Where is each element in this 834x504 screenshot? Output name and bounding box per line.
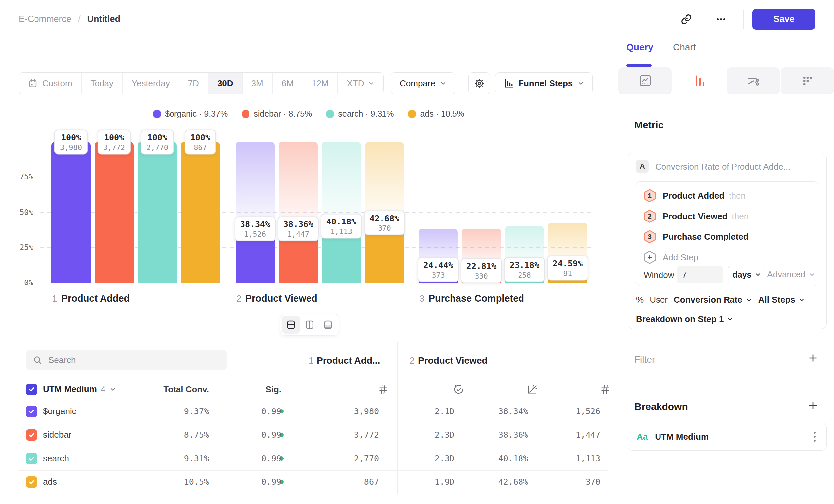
gear-icon <box>474 77 485 89</box>
save-button[interactable]: Save <box>752 9 815 29</box>
cell-total-conv: 8.75% <box>184 430 209 440</box>
layout-toggle-panel-bottom-icon[interactable] <box>319 316 337 334</box>
header-actions: Save <box>676 8 815 30</box>
tab-query[interactable]: Query <box>626 42 653 53</box>
layout-toggle-split-horizontal-icon[interactable] <box>282 316 300 334</box>
sig-column-header[interactable]: Sig. <box>265 384 281 395</box>
more-menu-icon[interactable] <box>710 8 731 30</box>
window-value-input[interactable] <box>677 266 723 283</box>
cell-step2-count: 1,526 <box>575 407 600 416</box>
cell-sig: 0.99 <box>261 407 281 416</box>
badge-percent: 100% <box>60 133 82 142</box>
add-step-label: Add Step <box>663 252 698 262</box>
breakdown-on-row: Breakdown on Step 1 <box>636 314 733 324</box>
bar-organic-step1[interactable] <box>51 142 91 283</box>
chevron-down-icon <box>809 271 815 278</box>
advanced-toggle[interactable]: Advanced <box>767 269 815 279</box>
chart-type-dropdown[interactable]: Funnel Steps <box>495 72 593 94</box>
tab-line-chart[interactable] <box>618 67 672 94</box>
date-range-group: CustomTodayYesterday7D30D3M6M12MXTD <box>19 72 384 94</box>
legend-item-organic[interactable]: $organic · 9.37% <box>153 109 227 119</box>
row-checkbox[interactable] <box>26 453 37 464</box>
entity-label[interactable]: User <box>650 295 668 305</box>
steps-scope-dropdown[interactable]: All Steps <box>759 295 805 305</box>
row-checkbox[interactable] <box>26 429 37 441</box>
total-conv-column-header[interactable]: Total Conv. <box>163 384 209 395</box>
measured-as-label: Conversion Rate <box>674 295 742 305</box>
date-range-6m[interactable]: 6M <box>273 73 303 94</box>
date-range-12m[interactable]: 12M <box>303 73 338 94</box>
bar-sidebar-step1[interactable] <box>94 142 134 283</box>
step-name: Purchase Completed <box>429 293 524 304</box>
metric-type-tabs <box>618 67 834 94</box>
date-range-3m[interactable]: 3M <box>242 73 273 94</box>
window-label: Window <box>643 270 674 280</box>
funnel-steps-card: 1Product Addedthen2Product Viewedthen3Pu… <box>636 181 818 286</box>
legend-item-search[interactable]: search · 9.31% <box>326 109 394 119</box>
page-title[interactable]: Untitled <box>87 14 121 24</box>
measured-as-dropdown[interactable]: Conversion Rate <box>674 295 752 305</box>
add-filter-button[interactable] <box>808 352 819 364</box>
legend-label: search · 9.31% <box>338 109 394 119</box>
y-axis-tick: 25% <box>10 243 33 252</box>
funnel-step-2[interactable]: 2Product Viewedthen <box>643 207 749 226</box>
add-breakdown-button[interactable] <box>808 399 819 411</box>
row-checkbox[interactable] <box>26 406 37 417</box>
row-label: sidebar <box>43 430 71 440</box>
step-number: 3 <box>419 294 425 304</box>
date-range-label: Today <box>91 78 113 89</box>
table-row-organic: $organic9.37%0.993,9802.1D38.34%1,526 <box>19 399 608 423</box>
date-range-custom[interactable]: Custom <box>19 73 82 94</box>
metric-title[interactable]: Conversion Rate of Product Adde... <box>655 162 791 172</box>
badge-count: 1,447 <box>283 230 313 238</box>
tab-chart[interactable]: Chart <box>673 42 696 53</box>
kebab-menu-icon[interactable] <box>812 430 818 444</box>
step-then-label: then <box>732 211 749 222</box>
breakdown-property-card[interactable]: Aa UTM Medium <box>628 423 827 451</box>
x-axis-step-label: 2Product Viewed <box>236 293 317 304</box>
breakdown-on-dropdown[interactable]: Breakdown on Step 1 <box>636 314 733 324</box>
tab-flow[interactable] <box>726 67 780 94</box>
legend-label: sidebar · 8.75% <box>254 109 312 119</box>
bar-search-step1[interactable] <box>138 142 177 283</box>
funnel-step-1[interactable]: 1Product Addedthen <box>643 186 746 205</box>
tab-funnel[interactable] <box>673 67 726 94</box>
step-then-label: then <box>729 191 746 201</box>
measured-as-row: % User Conversion Rate All Steps <box>636 295 805 305</box>
chart-type-label: Funnel Steps <box>519 78 573 89</box>
date-range-yesterday[interactable]: Yesterday <box>123 73 179 94</box>
add-step-button[interactable]: Add Step <box>643 248 698 267</box>
row-checkbox[interactable] <box>26 477 37 488</box>
legend-item-ads[interactable]: ads · 10.5% <box>409 109 464 119</box>
breadcrumb: E-Commerce / Untitled <box>19 14 120 24</box>
breadcrumb-project[interactable]: E-Commerce <box>19 14 71 24</box>
date-range-30d[interactable]: 30D <box>208 73 242 94</box>
y-axis-tick: 50% <box>10 208 33 216</box>
value-badge: 24.59%91 <box>547 256 588 280</box>
funnel-step-3[interactable]: 3Purchase Completed <box>643 227 749 246</box>
cell-step1-count: 3,772 <box>354 430 379 440</box>
date-range-xtd[interactable]: XTD <box>338 73 383 94</box>
share-link-icon[interactable] <box>676 8 697 30</box>
badge-percent: 40.18% <box>326 217 356 227</box>
date-range-today[interactable]: Today <box>82 73 123 94</box>
ghost-bar-sidebar-step2 <box>279 142 318 229</box>
select-all-checkbox[interactable] <box>26 384 37 395</box>
compare-button[interactable]: Compare <box>391 72 456 94</box>
badge-percent: 23.18% <box>509 260 540 270</box>
badge-percent: 100% <box>146 133 168 142</box>
query-panel: Query Chart <box>618 39 834 504</box>
table-header-row: UTM Medium 4 Total Conv. Sig. <box>19 379 608 400</box>
breakdown-column-header[interactable]: UTM Medium 4 <box>43 384 116 394</box>
legend-item-sidebar[interactable]: sidebar · 8.75% <box>242 109 312 119</box>
advanced-label: Advanced <box>767 269 806 279</box>
tab-stickiness[interactable] <box>781 67 834 94</box>
search-input[interactable] <box>48 355 220 366</box>
window-unit-select[interactable]: days <box>728 266 766 283</box>
bar-ads-step1[interactable] <box>181 142 220 283</box>
chart-settings-button[interactable] <box>468 72 490 94</box>
step-name: Product Added <box>61 293 130 304</box>
layout-toggle-split-vertical-icon[interactable] <box>301 316 319 334</box>
date-range-7d[interactable]: 7D <box>179 73 208 94</box>
chevron-down-icon <box>755 271 761 278</box>
